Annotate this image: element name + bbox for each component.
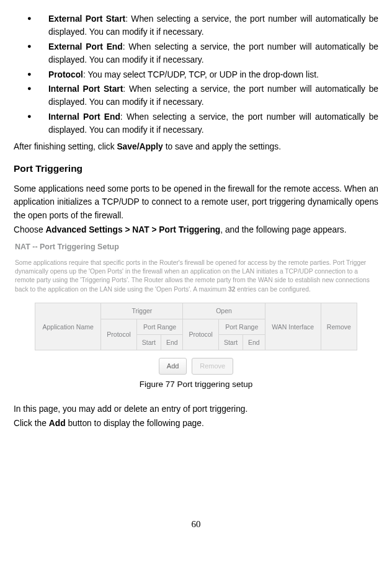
col-end: End [243, 334, 265, 350]
text: , and the following page appears. [220, 225, 346, 234]
text: Click the [14, 419, 49, 428]
after-finishing-note: After finishing setting, click Save/Appl… [14, 140, 378, 153]
figure-title: NAT -- Port Triggering Setup [15, 241, 378, 253]
table-header-row: Application Name Trigger Open WAN Interf… [35, 303, 357, 319]
bullet-label: External Port Start [48, 14, 125, 24]
bullet-label: Protocol [48, 70, 83, 79]
col-wan: WAN Interface [265, 303, 321, 350]
max-entries: 32 [228, 286, 235, 293]
add-button[interactable]: Add [159, 358, 187, 375]
bullet-item: External Port Start: When selecting a se… [14, 12, 378, 39]
bullet-label: Internal Port Start [48, 84, 123, 94]
col-portrange: Port Range [136, 319, 183, 334]
post-para-2: Click the Add button to display the foll… [14, 417, 378, 430]
bullet-label: External Port End [48, 42, 123, 51]
add-label: Add [49, 419, 66, 428]
intro-paragraph: Some applications need some ports to be … [14, 182, 378, 222]
breadcrumb-path: Advanced Settings > NAT > Port Triggerin… [45, 225, 220, 234]
col-end: End [161, 334, 183, 350]
bullet-label: Internal Port End [48, 112, 120, 122]
figure-container: NAT -- Port Triggering Setup Some applic… [14, 241, 378, 375]
col-portrange: Port Range [218, 319, 265, 334]
col-appname: Application Name [35, 303, 101, 350]
remove-button[interactable]: Remove [192, 358, 233, 375]
section-heading: Port Triggering [14, 161, 378, 176]
col-open: Open [183, 303, 265, 319]
text: to save and apply the settings. [163, 142, 281, 151]
port-trigger-table: Application Name Trigger Open WAN Interf… [35, 303, 357, 350]
figure-description: Some applications require that specific … [15, 259, 378, 295]
text: button to display the following page. [66, 419, 204, 428]
bullet-text: : You may select TCP/UDP, TCP, or UDP in… [83, 70, 319, 79]
bullet-item: Protocol: You may select TCP/UDP, TCP, o… [14, 68, 378, 81]
col-start: Start [136, 334, 161, 350]
col-start: Start [218, 334, 243, 350]
nav-instruction: Choose Advanced Settings > NAT > Port Tr… [14, 223, 378, 236]
text: entries can be configured. [235, 286, 310, 293]
col-protocol: Protocol [101, 319, 137, 350]
page-number: 60 [14, 517, 378, 532]
col-trigger: Trigger [101, 303, 183, 319]
bullet-item: Internal Port End: When selecting a serv… [14, 110, 378, 137]
save-apply-label: Save/Apply [117, 142, 163, 151]
col-remove: Remove [321, 303, 357, 350]
text: Choose [14, 225, 45, 234]
figure-caption: Figure 77 Port triggering setup [14, 378, 378, 391]
bullet-list: External Port Start: When selecting a se… [14, 12, 378, 136]
figure-button-row: Add Remove [14, 358, 378, 375]
bullet-item: External Port End: When selecting a serv… [14, 40, 378, 67]
col-protocol: Protocol [183, 319, 219, 350]
text: After finishing setting, click [14, 142, 117, 151]
post-para-1: In this page, you may add or delete an e… [14, 403, 378, 416]
text: Some applications require that specific … [15, 259, 370, 293]
bullet-item: Internal Port Start: When selecting a se… [14, 82, 378, 109]
